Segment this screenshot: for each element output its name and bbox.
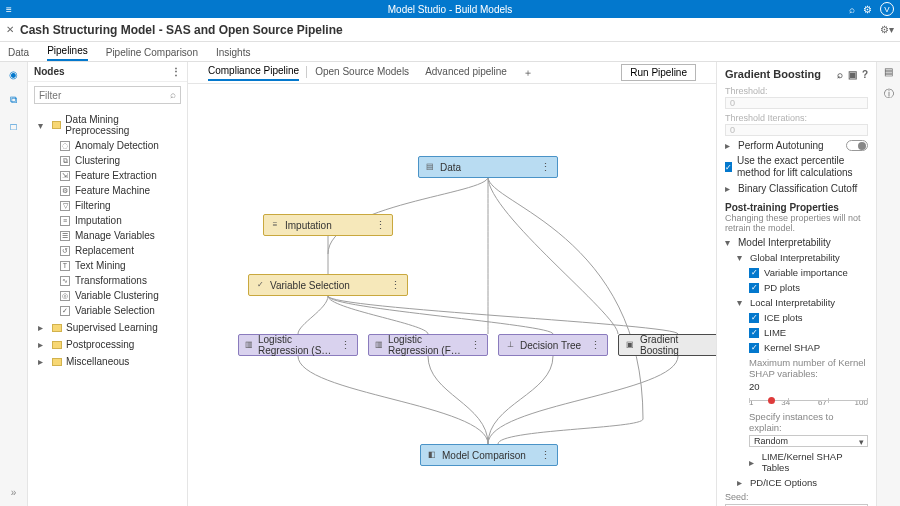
leaf-feature-extraction[interactable]: ⇲Feature Extraction [38, 168, 181, 183]
node-gb[interactable]: ▣Gradient Boosting⋮ [618, 334, 716, 356]
search-icon[interactable]: ⌕ [837, 69, 843, 80]
node-more-icon[interactable]: ⋮ [340, 339, 351, 352]
varsel-icon: ✓ [255, 280, 265, 290]
autotune-toggle[interactable] [846, 140, 868, 151]
tab-data[interactable]: Data [8, 47, 29, 61]
node-data[interactable]: ▤Data⋮ [418, 156, 558, 178]
leaf-replacement[interactable]: ↺Replacement [38, 243, 181, 258]
leaf-clustering[interactable]: ⧉Clustering [38, 153, 181, 168]
seed-label: Seed: [725, 492, 868, 502]
tab-comparison[interactable]: Pipeline Comparison [106, 47, 198, 61]
leaf-var-clustering[interactable]: ◎Variable Clustering [38, 288, 181, 303]
pd-plots-label: PD plots [764, 282, 800, 293]
leaf-imputation[interactable]: ≡Imputation [38, 213, 181, 228]
database-icon: ▤ [425, 162, 435, 172]
node-dt[interactable]: ⊥Decision Tree⋮ [498, 334, 608, 356]
nodes-more-icon[interactable]: ⋮ [171, 66, 181, 77]
hamburger-icon[interactable]: ≡ [6, 4, 12, 15]
rail-collapse-icon[interactable]: » [6, 484, 22, 500]
ptab-advanced[interactable]: Advanced pipeline [425, 66, 507, 80]
caret-right-icon: ▸ [749, 457, 757, 468]
avatar[interactable]: V [880, 2, 894, 16]
leaf-var-selection[interactable]: ✓Variable Selection [38, 303, 181, 318]
row-local-interp[interactable]: ▾Local Interpretability [737, 297, 868, 308]
tree-icon: ⊥ [505, 340, 515, 350]
help-icon[interactable]: ? [862, 69, 868, 80]
run-pipeline-button[interactable]: Run Pipeline [621, 64, 696, 81]
caret-down-icon: ▾ [737, 252, 745, 263]
rail-item-1[interactable]: ◉ [6, 66, 22, 82]
checkbox-icon[interactable]: ✓ [725, 162, 732, 172]
close-icon[interactable]: ✕ [6, 24, 14, 35]
settings-icon[interactable]: ⚙ [863, 4, 872, 15]
leaf-manage-vars[interactable]: ☰Manage Variables [38, 228, 181, 243]
leaf-feature-machine[interactable]: ⚙Feature Machine [38, 183, 181, 198]
checkbox-icon[interactable]: ✓ [749, 283, 759, 293]
cat-postprocessing[interactable]: ▸Postprocessing [38, 337, 181, 352]
folder-icon [52, 358, 62, 366]
pipeline-canvas[interactable]: ▤Data⋮ ≡Imputation⋮ ✓Variable Selection⋮… [188, 84, 716, 506]
node-icon: ≡ [60, 216, 70, 226]
rail-item-2[interactable]: ⧉ [6, 92, 22, 108]
node-lr1[interactable]: ▥Logistic Regression (S…⋮ [238, 334, 358, 356]
node-icon: ▽ [60, 201, 70, 211]
cat-label: Postprocessing [66, 339, 134, 350]
node-icon: ∿ [60, 276, 70, 286]
row-autotune[interactable]: ▸Perform Autotuning [725, 140, 868, 151]
node-icon: ⚙ [60, 186, 70, 196]
checkbox-icon[interactable]: ✓ [749, 328, 759, 338]
node-comparison[interactable]: ◧Model Comparison⋮ [420, 444, 558, 466]
node-more-icon[interactable]: ⋮ [540, 161, 551, 174]
project-settings-icon[interactable]: ⚙▾ [880, 24, 894, 35]
ptab-opensource[interactable]: Open Source Models [315, 66, 409, 80]
node-more-icon[interactable]: ⋮ [375, 219, 386, 232]
threshold-label: Threshold: [725, 86, 868, 96]
row-global-interp[interactable]: ▾Global Interpretability [737, 252, 868, 263]
node-more-icon[interactable]: ⋮ [540, 449, 551, 462]
search-icon[interactable]: ⌕ [849, 4, 855, 15]
node-icon: ⇲ [60, 171, 70, 181]
leaf-text-mining[interactable]: TText Mining [38, 258, 181, 273]
node-icon: ☰ [60, 231, 70, 241]
row-model-interp[interactable]: ▾Model Interpretability [725, 237, 868, 248]
rrail-help-icon[interactable]: ⓘ [884, 87, 894, 101]
leaf-anomaly[interactable]: ◌Anomaly Detection [38, 138, 181, 153]
rail-item-3[interactable]: □ [6, 118, 22, 134]
row-shap-tables[interactable]: ▸LIME/Kernel SHAP Tables [749, 451, 868, 473]
node-lr2[interactable]: ▥Logistic Regression (F…⋮ [368, 334, 488, 356]
section-post-training: Post-training Properties [725, 202, 868, 213]
row-pdice[interactable]: ▸PD/ICE Options [737, 477, 868, 488]
leaf-transformations[interactable]: ∿Transformations [38, 273, 181, 288]
chart-icon: ▥ [375, 340, 383, 350]
checkbox-icon[interactable]: ✓ [749, 343, 759, 353]
props-title: Gradient Boosting⌕▣? [725, 68, 868, 80]
node-more-icon[interactable]: ⋮ [590, 339, 601, 352]
folder-icon [52, 324, 62, 332]
expand-icon[interactable]: ▣ [848, 69, 857, 80]
tab-pipelines[interactable]: Pipelines [47, 45, 88, 61]
node-imputation[interactable]: ≡Imputation⋮ [263, 214, 393, 236]
leaf-filtering[interactable]: ▽Filtering [38, 198, 181, 213]
node-varsel[interactable]: ✓Variable Selection⋮ [248, 274, 408, 296]
cat-preprocessing[interactable]: ▾ Data Mining Preprocessing [38, 112, 181, 138]
project-header: ✕ Cash Structuring Model - SAS and Open … [0, 18, 900, 42]
cat-supervised[interactable]: ▸Supervised Learning [38, 320, 181, 335]
nodes-filter-input[interactable] [34, 86, 181, 104]
explain-select[interactable]: Random [749, 435, 868, 447]
checkbox-icon[interactable]: ✓ [749, 313, 759, 323]
row-binary-cutoff[interactable]: ▸Binary Classification Cutoff [725, 183, 868, 194]
tab-insights[interactable]: Insights [216, 47, 250, 61]
slider-knob[interactable] [768, 397, 775, 404]
ptab-compliance[interactable]: Compliance Pipeline [208, 65, 299, 81]
rrail-panel-icon[interactable]: ▤ [884, 66, 893, 77]
threshold-iter-label: Threshold Iterations: [725, 113, 868, 123]
caret-right-icon: ▸ [38, 339, 48, 350]
add-pipeline-icon[interactable]: ＋ [523, 66, 533, 80]
view-tabs: Data Pipelines Pipeline Comparison Insig… [0, 42, 900, 62]
pipeline-tabs: Compliance Pipeline Open Source Models A… [188, 62, 716, 84]
cat-misc[interactable]: ▸Miscellaneous [38, 354, 181, 369]
nodes-tree: ▾ Data Mining Preprocessing ◌Anomaly Det… [28, 108, 187, 375]
node-more-icon[interactable]: ⋮ [390, 279, 401, 292]
node-more-icon[interactable]: ⋮ [470, 339, 481, 352]
checkbox-icon[interactable]: ✓ [749, 268, 759, 278]
